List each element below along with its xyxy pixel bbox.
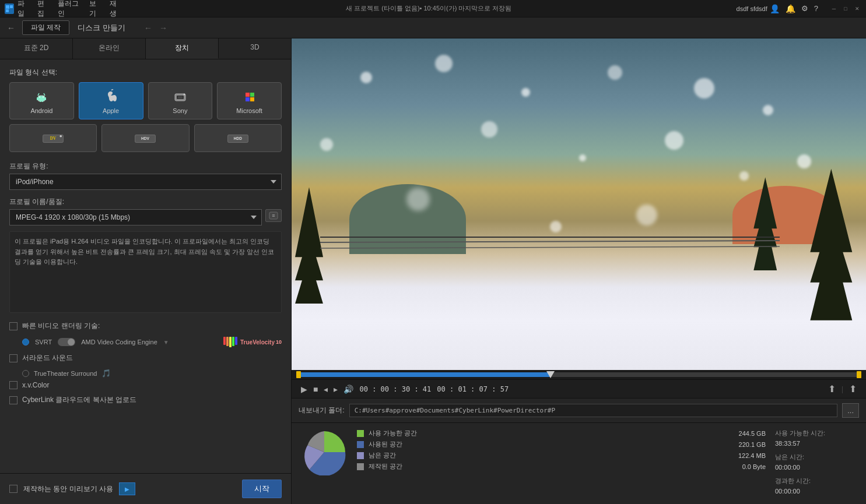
seek-bar-container <box>292 370 866 379</box>
format-android[interactable]: Android <box>9 82 74 119</box>
legend-label-produced: 제작된 공간 <box>369 462 726 471</box>
seek-track[interactable] <box>296 372 861 377</box>
format-sony[interactable]: Sony <box>148 82 213 119</box>
volume-button[interactable]: 🔊 <box>343 385 353 394</box>
svg-rect-3 <box>38 96 45 101</box>
settings-icon[interactable]: ⚙ <box>801 4 808 13</box>
snow-12 <box>406 188 430 211</box>
preview-label: 제작하는 동안 미리보기 사용 <box>23 484 113 494</box>
user-avatar-icon[interactable]: 👤 <box>770 4 780 13</box>
cyberlink-checkbox[interactable] <box>9 396 17 404</box>
file-create-button[interactable]: 파일 제작 <box>22 20 69 35</box>
left-panel-content: 파일 형식 선택: <box>0 59 291 473</box>
amd-dropdown-icon[interactable]: ▼ <box>163 339 169 346</box>
back-button[interactable]: ← <box>5 22 17 34</box>
menu-view[interactable]: 보기 <box>89 0 101 19</box>
svrt-row: SVRT AMD Video Coding Engine ▼ TrueVeloc <box>22 337 282 347</box>
snow-10 <box>665 131 683 150</box>
maximize-button[interactable]: □ <box>842 5 850 13</box>
apple-icon <box>100 89 121 105</box>
velocity-number: 10 <box>276 339 282 345</box>
seek-thumb[interactable] <box>546 371 555 378</box>
surround-checkbox[interactable] <box>9 354 17 362</box>
browse-button[interactable]: ... <box>842 403 859 418</box>
svrt-radio[interactable] <box>22 339 29 346</box>
minimize-button[interactable]: ─ <box>830 5 838 13</box>
snow-14 <box>550 221 562 232</box>
profile-info-button[interactable]: ≡ <box>265 209 282 222</box>
title-bar-right: dsdf sfdsdf 👤 🔔 ⚙ ? ─ □ ✕ <box>737 4 861 13</box>
close-button[interactable]: ✕ <box>853 5 861 13</box>
menu-file[interactable]: 파일 <box>17 0 29 19</box>
snow-7 <box>320 138 333 151</box>
file-format-label: 파일 형식 선택: <box>9 68 282 77</box>
legend-dot-remaining <box>357 452 364 459</box>
format-android-label: Android <box>30 107 52 114</box>
surround-row: 서라운드 사운드 <box>9 353 282 363</box>
svg-rect-0 <box>6 5 9 9</box>
tab-standard-2d[interactable]: 표준 2D <box>0 38 73 59</box>
hdv-icon: HDV <box>135 131 156 147</box>
format-microsoft[interactable]: Microsoft <box>217 82 282 119</box>
start-button[interactable]: 시작 <box>242 480 282 498</box>
preview-play-button[interactable]: ▶ <box>119 482 135 495</box>
amd-toggle[interactable] <box>58 338 75 346</box>
prev-frame-button[interactable]: ◂ <box>324 385 328 394</box>
svg-rect-6 <box>40 99 41 102</box>
remaining-value: 00:00:00 <box>775 464 857 471</box>
profile-type-dropdown[interactable]: iPod/iPhone <box>9 174 282 190</box>
menu-play[interactable]: 재생 <box>110 0 121 19</box>
trim-end-marker[interactable] <box>857 371 861 378</box>
svg-text:HDV: HDV <box>142 136 150 140</box>
window-controls[interactable]: ─ □ ✕ <box>830 5 861 13</box>
format-grid-row2: DV HDV <box>9 124 282 152</box>
format-dv[interactable]: DV <box>9 124 97 152</box>
format-hdd[interactable]: HDD <box>194 124 282 152</box>
redo-button[interactable]: → <box>157 22 170 34</box>
legend-produced: 제작된 공간 0.0 Byte <box>357 462 766 471</box>
snow-8 <box>481 121 497 138</box>
format-apple[interactable]: Apple <box>79 82 143 119</box>
menu-bar[interactable]: 파일 편집 플러그인 보기 재생 <box>17 0 121 19</box>
menu-edit[interactable]: 편집 <box>37 0 49 19</box>
next-frame-button[interactable]: ▸ <box>334 385 338 394</box>
undo-button[interactable]: ← <box>142 22 155 34</box>
help-icon[interactable]: ? <box>814 4 818 13</box>
snow-1 <box>360 72 372 83</box>
menu-plugin[interactable]: 플러그인 <box>58 0 82 19</box>
preview-checkbox[interactable] <box>9 485 17 493</box>
tab-online[interactable]: 온라인 <box>73 38 146 59</box>
svg-text:HDD: HDD <box>234 136 243 140</box>
svg-rect-18 <box>246 97 250 101</box>
svg-line-29 <box>320 241 780 242</box>
snow-11 <box>739 171 749 181</box>
available-time-value: 38:33:57 <box>775 440 857 447</box>
xv-color-checkbox[interactable] <box>9 381 17 389</box>
format-hdv[interactable]: HDV <box>101 124 189 152</box>
left-panel: 표준 2D 온라인 장치 3D 파일 형식 선택: <box>0 38 292 504</box>
remaining-label: 남은 시간: <box>775 453 857 461</box>
truetheater-row: TrueTheater Surround 🎵 <box>22 369 282 378</box>
disk-info-area: 사용 가능한 공간 244.5 GB 사용된 공간 220.1 GB 남은 공간… <box>292 422 866 504</box>
legend-available: 사용 가능한 공간 244.5 GB <box>357 429 766 438</box>
svg-rect-16 <box>246 93 250 97</box>
vel-stripe-4 <box>232 337 234 346</box>
mark-in-button[interactable]: ⬆ <box>828 383 836 394</box>
audio-icon[interactable]: 🎵 <box>101 369 111 378</box>
tab-device[interactable]: 장치 <box>146 38 219 59</box>
mark-out-button[interactable]: ⬆ <box>849 383 857 394</box>
stop-button[interactable]: ■ <box>313 385 318 394</box>
truetheater-radio[interactable] <box>22 370 29 377</box>
tab-3d[interactable]: 3D <box>219 38 291 59</box>
vel-stripe-2 <box>226 337 229 346</box>
trim-start-marker[interactable] <box>296 371 301 378</box>
play-button[interactable]: ▶ <box>301 385 307 394</box>
fast-rendering-checkbox[interactable] <box>9 322 17 330</box>
dv-icon: DV <box>43 131 64 147</box>
ctrl-separator: | <box>842 385 843 393</box>
snow-13 <box>797 154 811 168</box>
notification-icon[interactable]: 🔔 <box>786 4 795 13</box>
window-title: 새 프로젝트 (타이틀 없음)• 10:45이(가) 마지막으로 저장됨 <box>121 4 737 13</box>
timecode-current: 00 : 00 : 30 : 41 <box>359 385 431 393</box>
profile-name-dropdown[interactable]: MPEG-4 1920 x 1080/30p (15 Mbps) <box>9 209 262 225</box>
